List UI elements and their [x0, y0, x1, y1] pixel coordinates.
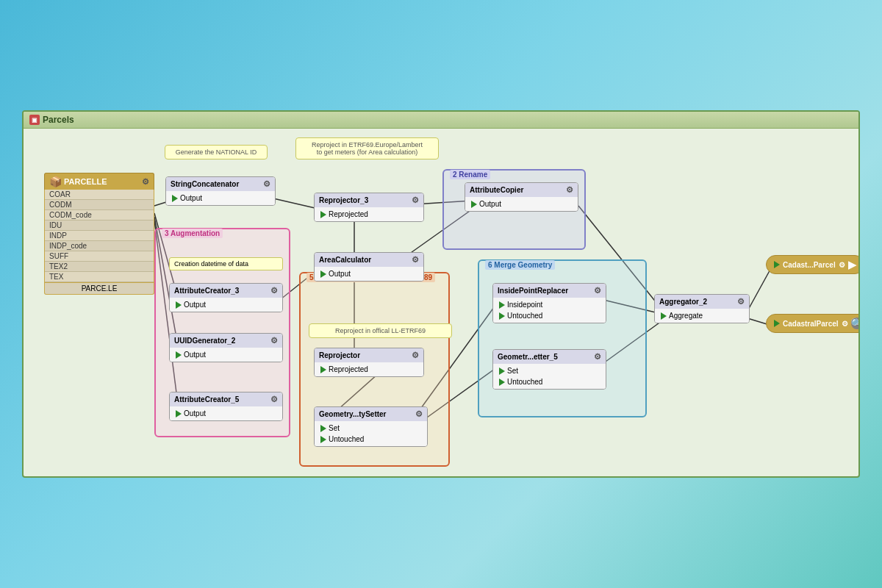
cadastral-parcel-search-icon[interactable]: 🔍: [851, 318, 858, 329]
workflow-canvas[interactable]: 3 Augmentation 5 CRS Tranformation to LL…: [24, 129, 858, 476]
transformer-attr-copier[interactable]: AttributeCopier ⚙ Output: [465, 182, 578, 212]
attr-creator5-port-arrow: [176, 410, 182, 417]
uuid-gen2-body: Output: [170, 348, 282, 362]
attr-codm: CODM: [45, 200, 154, 210]
reprojector-body: Reprojected: [315, 362, 423, 376]
reprojector3-header: Reprojector_3 ⚙: [315, 193, 423, 207]
geom-setter5-untouched: Untouched: [496, 376, 603, 387]
reprojector3-port-arrow: [320, 211, 326, 218]
output-cadastral-parcel[interactable]: CadastralParcel ⚙ 🔍: [766, 314, 858, 333]
area-calc-port-arrow: [320, 270, 326, 278]
attr-suff: SUFF: [45, 251, 154, 262]
attr-copier-gear[interactable]: ⚙: [566, 185, 573, 195]
annotation-reproject-ll: Reproject in offical LL-ETRF69: [309, 323, 452, 338]
geom-setter5-arrow1: [499, 368, 505, 375]
geom-setter-gear[interactable]: ⚙: [415, 409, 423, 419]
group-rename-label: 2 Rename: [450, 170, 490, 179]
attr-indp: INDP: [45, 231, 154, 241]
transformer-uuid-gen2[interactable]: UUIDGenerator_2 ⚙ Output: [169, 333, 283, 362]
parcelle-attrs: COAR CODM CODM_code IDU INDP INDP_code S…: [44, 190, 154, 283]
geom-setter-header: Geometry...tySetter ⚙: [315, 407, 427, 421]
transformer-attr-creator3[interactable]: AttributeCreator_3 ⚙ Output: [169, 283, 283, 312]
reprojector3-output: Reprojected: [318, 209, 420, 220]
group-merge-label: 6 Merge Geometry: [485, 260, 555, 270]
inside-point-untouched: Untouched: [496, 310, 603, 321]
area-calc-output: Output: [318, 268, 420, 279]
transformer-reprojector[interactable]: Reprojector ⚙ Reprojected: [314, 348, 424, 377]
geom-setter5-arrow2: [499, 379, 505, 386]
inside-point-arrow1: [499, 301, 505, 309]
aggregator2-output: Aggregate: [658, 310, 746, 321]
area-calc-header: AreaCalculator ⚙: [315, 253, 423, 267]
reprojector-output: Reprojected: [318, 364, 420, 375]
string-concat-body: Output: [166, 191, 275, 205]
cadast-parcel-gear[interactable]: ⚙: [839, 261, 845, 269]
transformer-aggregator2[interactable]: Aggregator_2 ⚙ Aggregate: [654, 294, 750, 323]
attr-idu: IDU: [45, 220, 154, 231]
attr-creator3-body: Output: [170, 298, 282, 312]
parcelle-gear[interactable]: ⚙: [142, 177, 149, 187]
cadast-parcel-label: Cadast...Parcel: [783, 261, 836, 269]
source-node-parcelle[interactable]: 📦 PARCELLE ⚙ COAR CODM CODM_code IDU IND…: [44, 173, 154, 295]
annotation-reproject-lambert: Reproject in ETRF69.Europe/Lambertto get…: [295, 137, 439, 159]
transformer-inside-point[interactable]: InsidePointReplacer ⚙ Insidepoint Untouc…: [492, 283, 606, 323]
attr-creator5-gear[interactable]: ⚙: [270, 395, 278, 404]
geom-setter-untouched: Untouched: [318, 434, 424, 445]
inside-point-header: InsidePointReplacer ⚙: [493, 284, 606, 298]
uuid-gen2-output: Output: [173, 349, 279, 360]
aggregator2-header: Aggregator_2 ⚙: [655, 295, 749, 309]
attr-creator3-gear[interactable]: ⚙: [270, 286, 278, 295]
attr-creator5-header: AttributeCreator_5 ⚙: [170, 392, 282, 406]
geom-setter5-set: Set: [496, 365, 603, 376]
transformer-area-calc[interactable]: AreaCalculator ⚙ Output: [314, 252, 424, 282]
output-cadast-parcel[interactable]: Cadast...Parcel ⚙ ▶: [766, 255, 858, 274]
transformer-geom-setter[interactable]: Geometry...tySetter ⚙ Set Untouched: [314, 406, 428, 447]
geom-setter-untouched-arrow: [320, 436, 326, 443]
transformer-string-concat[interactable]: StringConcatenator ⚙ Output: [165, 176, 276, 206]
cadast-parcel-run-icon[interactable]: ▶: [848, 259, 856, 270]
reprojector-gear[interactable]: ⚙: [412, 351, 419, 360]
window-icon: ▣: [29, 115, 40, 125]
string-concat-output: Output: [169, 193, 272, 204]
aggregator2-port-arrow: [661, 312, 667, 320]
attr-copier-header: AttributeCopier ⚙: [465, 183, 578, 197]
creation-datetime-label: Creation datetime of data: [169, 257, 283, 270]
aggregator2-gear[interactable]: ⚙: [737, 297, 745, 306]
parcelle-label: PARCELLE: [64, 177, 107, 186]
cadastral-parcel-gear[interactable]: ⚙: [842, 320, 848, 328]
cadastral-parcel-label: CadastralParcel: [783, 320, 839, 328]
area-calc-gear[interactable]: ⚙: [412, 255, 419, 265]
string-concat-gear[interactable]: ⚙: [263, 179, 270, 189]
attr-tex: TEX: [45, 272, 154, 282]
window-title-bar: ▣ Parcels: [24, 112, 858, 129]
output-cadastral-in-arrow: [774, 320, 780, 327]
parcelle-bottom-label: PARCE.LE: [44, 283, 154, 295]
reprojector3-gear[interactable]: ⚙: [412, 196, 419, 205]
uuid-gen2-gear[interactable]: ⚙: [270, 336, 278, 345]
attr-creator3-header: AttributeCreator_3 ⚙: [170, 284, 282, 298]
attr-creator3-output: Output: [173, 299, 279, 310]
transformer-reprojector3[interactable]: Reprojector_3 ⚙ Reprojected: [314, 193, 424, 222]
inside-point-body: Insidepoint Untouched: [493, 298, 606, 323]
aggregator2-body: Aggregate: [655, 309, 749, 323]
attr-creator5-body: Output: [170, 406, 282, 420]
attr-creator3-port-arrow: [176, 301, 182, 309]
attr-indp-code: INDP_code: [45, 241, 154, 251]
window-title-text: Parcels: [43, 115, 74, 125]
geom-setter5-gear[interactable]: ⚙: [594, 352, 601, 362]
geom-setter-set-arrow: [320, 425, 326, 432]
transformer-geom-setter5[interactable]: Geometr...etter_5 ⚙ Set Untouched: [492, 349, 606, 390]
attr-coar: COAR: [45, 190, 154, 200]
inside-point-arrow2: [499, 312, 505, 320]
attr-tex2: TEX2: [45, 262, 154, 272]
uuid-gen2-port-arrow: [176, 351, 182, 359]
uuid-gen2-header: UUIDGenerator_2 ⚙: [170, 334, 282, 348]
svg-line-15: [747, 267, 772, 311]
area-calc-body: Output: [315, 267, 423, 281]
attr-copier-port-arrow: [471, 201, 477, 208]
attr-creator5-output: Output: [173, 408, 279, 419]
transformer-attr-creator5[interactable]: AttributeCreator_5 ⚙ Output: [169, 392, 283, 421]
inside-point-gear[interactable]: ⚙: [594, 286, 601, 295]
output-cadast-in-arrow: [774, 261, 780, 268]
group-augmentation-label: 3 Augmentation: [162, 229, 223, 238]
